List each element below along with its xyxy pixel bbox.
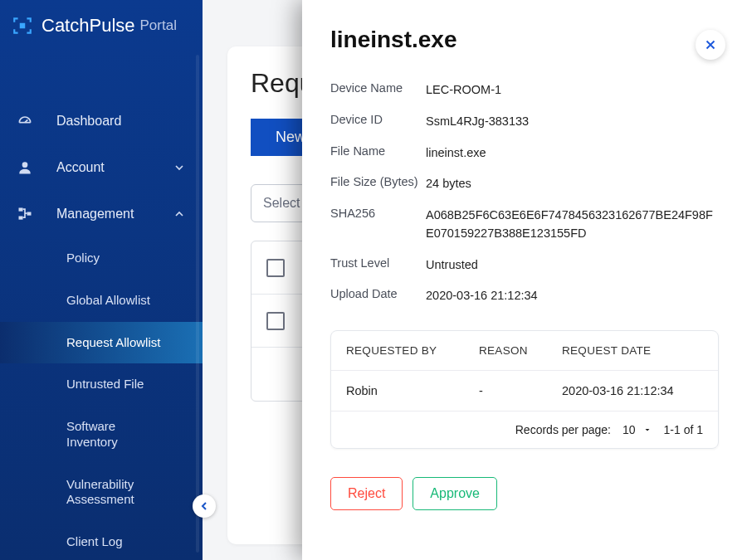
chevron-left-icon xyxy=(198,499,211,513)
detail-value: 24 bytes xyxy=(426,175,471,193)
detail-panel: lineinst.exe Device Name LEC-ROOM-1 Devi… xyxy=(302,0,747,560)
sidebar-sub-request-allowlist[interactable]: Request Allowlist xyxy=(0,322,203,364)
caret-down-icon xyxy=(642,425,652,435)
svg-point-1 xyxy=(22,162,28,168)
gauge-icon xyxy=(17,113,33,129)
chevron-up-icon xyxy=(173,207,186,221)
svg-rect-2 xyxy=(19,208,23,212)
close-button[interactable] xyxy=(696,30,725,60)
approve-button[interactable]: Approve xyxy=(413,477,497,510)
detail-value: 2020-03-16 21:12:34 xyxy=(426,287,538,305)
brand-suffix: Portal xyxy=(140,17,177,34)
detail-row-device-name: Device Name LEC-ROOM-1 xyxy=(330,75,719,106)
sidebar-item-account[interactable]: Account xyxy=(0,144,203,191)
close-icon xyxy=(703,37,718,52)
col-header-requested-by: REQUESTED BY xyxy=(346,344,479,357)
detail-value: SsmL4RJg-383133 xyxy=(426,113,529,131)
sidebar-sub-client-log[interactable]: Client Log xyxy=(0,521,203,560)
sidebar-item-label: Request Allowlist xyxy=(66,335,160,349)
sidebar: CatchPulse Portal Dashboard Account xyxy=(0,0,203,560)
detail-label: Device Name xyxy=(330,81,426,100)
checkbox[interactable] xyxy=(266,259,285,277)
filter-placeholder: Select xyxy=(263,196,300,211)
chevron-down-icon xyxy=(173,161,186,174)
detail-row-file-size: File Size (Bytes) 24 bytes xyxy=(330,168,719,200)
col-header-request-date: REQUEST DATE xyxy=(562,344,703,357)
cell-requested-by: Robin xyxy=(346,384,479,397)
detail-label: File Size (Bytes) xyxy=(330,175,426,193)
detail-actions: Reject Approve xyxy=(330,477,719,510)
request-subtable-row: Robin - 2020-03-16 21:12:34 xyxy=(331,371,718,411)
brand-name: CatchPulse xyxy=(42,15,135,37)
detail-title: lineinst.exe xyxy=(330,27,719,53)
svg-rect-3 xyxy=(19,217,23,220)
sidebar-item-label: Software Inventory xyxy=(66,419,118,449)
sidebar-item-label: Dashboard xyxy=(56,114,121,129)
detail-value: Untrusted xyxy=(426,256,478,275)
detail-value: LEC-ROOM-1 xyxy=(426,81,501,100)
tree-icon xyxy=(17,206,33,222)
sidebar-sub-policy[interactable]: Policy xyxy=(0,237,203,280)
detail-row-sha256: SHA256 A068B25F6C63E6E6F7478456323162677… xyxy=(330,200,719,250)
user-icon xyxy=(17,159,33,176)
sidebar-sub-vulnerability-assessment[interactable]: Vulnerability Assessment xyxy=(0,464,203,522)
records-per-page-label: Records per page: xyxy=(515,423,611,436)
svg-rect-4 xyxy=(27,212,32,216)
request-subtable-footer: Records per page: 10 1-1 of 1 xyxy=(331,411,718,448)
col-header-reason: REASON xyxy=(479,344,562,357)
sidebar-item-management[interactable]: Management xyxy=(0,191,203,237)
sidebar-sub-software-inventory[interactable]: Software Inventory xyxy=(0,406,203,464)
sidebar-item-label: Untrusted File xyxy=(66,377,144,391)
sidebar-item-label: Client Log xyxy=(66,534,123,548)
sidebar-item-label: Account xyxy=(56,160,105,175)
detail-label: Trust Level xyxy=(330,256,426,275)
detail-label: SHA256 xyxy=(330,207,426,243)
detail-row-upload-date: Upload Date 2020-03-16 21:12:34 xyxy=(330,280,719,312)
detail-row-device-id: Device ID SsmL4RJg-383133 xyxy=(330,106,719,138)
sidebar-item-label: Vulnerability Assessment xyxy=(66,477,134,507)
brand-logo-icon xyxy=(12,15,33,37)
svg-rect-0 xyxy=(20,23,26,29)
detail-value: A068B25F6C63E6E6F7478456323162677BE24F98… xyxy=(426,207,719,243)
brand: CatchPulse Portal xyxy=(0,0,203,56)
detail-value: lineinst.exe xyxy=(426,144,486,163)
request-subtable-header: REQUESTED BY REASON REQUEST DATE xyxy=(331,331,718,371)
checkbox[interactable] xyxy=(266,312,285,330)
cell-request-date: 2020-03-16 21:12:34 xyxy=(562,384,703,397)
records-per-page-select[interactable]: 10 xyxy=(622,423,652,436)
sidebar-item-label: Management xyxy=(56,207,134,222)
nav: Dashboard Account Management xyxy=(0,56,203,560)
detail-label: Device ID xyxy=(330,113,426,131)
detail-fields: Device Name LEC-ROOM-1 Device ID SsmL4RJ… xyxy=(330,75,719,312)
sidebar-item-label: Policy xyxy=(66,251,100,265)
collapse-sidebar-button[interactable] xyxy=(193,494,216,518)
reject-button[interactable]: Reject xyxy=(330,477,403,510)
records-range: 1-1 of 1 xyxy=(664,423,703,436)
sidebar-item-dashboard[interactable]: Dashboard xyxy=(0,98,203,144)
sidebar-item-label: Global Allowlist xyxy=(66,293,150,307)
detail-label: File Name xyxy=(330,144,426,163)
request-subtable: REQUESTED BY REASON REQUEST DATE Robin -… xyxy=(330,330,719,449)
records-per-page-value: 10 xyxy=(622,423,636,436)
sidebar-sub-global-allowlist[interactable]: Global Allowlist xyxy=(0,280,203,322)
sidebar-sub-untrusted-file[interactable]: Untrusted File xyxy=(0,363,203,406)
detail-row-file-name: File Name lineinst.exe xyxy=(330,138,719,169)
cell-reason: - xyxy=(479,384,562,397)
detail-row-trust-level: Trust Level Untrusted xyxy=(330,250,719,281)
detail-label: Upload Date xyxy=(330,287,426,305)
